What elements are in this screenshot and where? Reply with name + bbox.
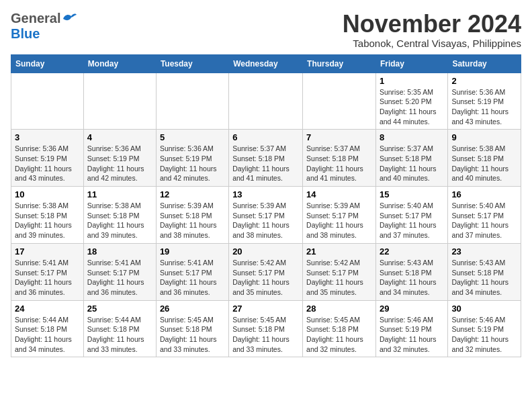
calendar-table: SundayMondayTuesdayWednesdayThursdayFrid…: [11, 54, 521, 358]
day-number: 4: [87, 132, 152, 142]
calendar-cell: [11, 73, 84, 130]
day-number: 26: [160, 304, 225, 314]
day-info: Sunrise: 5:37 AM Sunset: 5:18 PM Dayligh…: [306, 144, 372, 183]
calendar-cell: 30Sunrise: 5:46 AM Sunset: 5:19 PM Dayli…: [448, 300, 521, 357]
day-number: 28: [306, 304, 372, 314]
day-number: 11: [87, 189, 152, 199]
day-info: Sunrise: 5:37 AM Sunset: 5:18 PM Dayligh…: [232, 144, 299, 183]
calendar-cell: 7Sunrise: 5:37 AM Sunset: 5:18 PM Daylig…: [303, 130, 376, 187]
day-number: 23: [451, 246, 517, 257]
calendar-cell: 10Sunrise: 5:38 AM Sunset: 5:18 PM Dayli…: [11, 187, 84, 244]
day-number: 7: [306, 132, 372, 142]
day-number: 25: [87, 304, 152, 314]
day-number: 16: [451, 189, 517, 199]
calendar-cell: 25Sunrise: 5:44 AM Sunset: 5:18 PM Dayli…: [83, 300, 156, 357]
day-number: 6: [232, 132, 299, 142]
day-info: Sunrise: 5:36 AM Sunset: 5:19 PM Dayligh…: [15, 144, 80, 183]
day-info: Sunrise: 5:38 AM Sunset: 5:18 PM Dayligh…: [451, 144, 517, 183]
day-number: 3: [15, 132, 80, 142]
calendar-cell: 19Sunrise: 5:41 AM Sunset: 5:17 PM Dayli…: [156, 243, 228, 300]
weekday-header-thursday: Thursday: [303, 54, 376, 73]
calendar-cell: 4Sunrise: 5:36 AM Sunset: 5:19 PM Daylig…: [83, 130, 156, 187]
day-number: 27: [232, 304, 299, 314]
day-number: 14: [306, 189, 372, 199]
day-number: 29: [380, 304, 444, 314]
calendar-cell: [303, 73, 376, 130]
day-number: 5: [160, 132, 225, 142]
day-info: Sunrise: 5:39 AM Sunset: 5:17 PM Dayligh…: [232, 201, 299, 240]
day-number: 8: [380, 132, 444, 142]
calendar-week-row: 17Sunrise: 5:41 AM Sunset: 5:17 PM Dayli…: [11, 243, 521, 300]
day-info: Sunrise: 5:46 AM Sunset: 5:19 PM Dayligh…: [380, 315, 444, 355]
day-info: Sunrise: 5:39 AM Sunset: 5:18 PM Dayligh…: [160, 201, 225, 240]
day-info: Sunrise: 5:45 AM Sunset: 5:18 PM Dayligh…: [232, 315, 299, 355]
weekday-header-sunday: Sunday: [11, 54, 84, 73]
day-info: Sunrise: 5:41 AM Sunset: 5:17 PM Dayligh…: [87, 258, 152, 298]
day-number: 19: [160, 246, 225, 257]
calendar-cell: 12Sunrise: 5:39 AM Sunset: 5:18 PM Dayli…: [156, 187, 228, 244]
day-number: 9: [451, 132, 517, 142]
day-info: Sunrise: 5:41 AM Sunset: 5:17 PM Dayligh…: [160, 258, 225, 298]
calendar-cell: 8Sunrise: 5:37 AM Sunset: 5:18 PM Daylig…: [375, 130, 447, 187]
day-number: 24: [15, 304, 80, 314]
calendar-cell: 16Sunrise: 5:40 AM Sunset: 5:17 PM Dayli…: [448, 187, 521, 244]
calendar-cell: [229, 73, 303, 130]
day-info: Sunrise: 5:41 AM Sunset: 5:17 PM Dayligh…: [15, 258, 80, 298]
day-info: Sunrise: 5:42 AM Sunset: 5:17 PM Dayligh…: [306, 258, 372, 298]
calendar-cell: 24Sunrise: 5:44 AM Sunset: 5:18 PM Dayli…: [11, 300, 84, 357]
calendar-cell: 1Sunrise: 5:35 AM Sunset: 5:20 PM Daylig…: [375, 73, 447, 130]
day-info: Sunrise: 5:45 AM Sunset: 5:18 PM Dayligh…: [306, 315, 372, 355]
logo-bird-icon: [62, 12, 77, 24]
day-number: 20: [232, 246, 299, 257]
calendar-cell: 3Sunrise: 5:36 AM Sunset: 5:19 PM Daylig…: [11, 130, 84, 187]
day-info: Sunrise: 5:40 AM Sunset: 5:17 PM Dayligh…: [380, 201, 444, 240]
weekday-header-friday: Friday: [375, 54, 447, 73]
day-number: 21: [306, 246, 372, 257]
calendar-cell: 6Sunrise: 5:37 AM Sunset: 5:18 PM Daylig…: [229, 130, 303, 187]
day-number: 30: [451, 304, 517, 314]
calendar-cell: [83, 73, 156, 130]
day-number: 2: [451, 76, 517, 86]
day-number: 17: [15, 246, 80, 257]
calendar-cell: 11Sunrise: 5:38 AM Sunset: 5:18 PM Dayli…: [83, 187, 156, 244]
calendar-week-row: 3Sunrise: 5:36 AM Sunset: 5:19 PM Daylig…: [11, 130, 521, 187]
logo: General Blue: [11, 11, 77, 42]
calendar-cell: 15Sunrise: 5:40 AM Sunset: 5:17 PM Dayli…: [375, 187, 447, 244]
weekday-header-saturday: Saturday: [448, 54, 521, 73]
day-info: Sunrise: 5:40 AM Sunset: 5:17 PM Dayligh…: [451, 201, 517, 240]
day-info: Sunrise: 5:44 AM Sunset: 5:18 PM Dayligh…: [87, 315, 152, 355]
calendar-cell: 2Sunrise: 5:36 AM Sunset: 5:19 PM Daylig…: [448, 73, 521, 130]
calendar-cell: 13Sunrise: 5:39 AM Sunset: 5:17 PM Dayli…: [229, 187, 303, 244]
day-number: 18: [87, 246, 152, 257]
weekday-header-monday: Monday: [83, 54, 156, 73]
calendar-cell: 5Sunrise: 5:36 AM Sunset: 5:19 PM Daylig…: [156, 130, 228, 187]
calendar-cell: 14Sunrise: 5:39 AM Sunset: 5:17 PM Dayli…: [303, 187, 376, 244]
day-number: 13: [232, 189, 299, 199]
day-number: 1: [380, 76, 444, 86]
calendar-cell: 22Sunrise: 5:43 AM Sunset: 5:18 PM Dayli…: [375, 243, 447, 300]
weekday-header-tuesday: Tuesday: [156, 54, 228, 73]
month-title: November 2024: [343, 11, 521, 38]
calendar-cell: 23Sunrise: 5:43 AM Sunset: 5:18 PM Dayli…: [448, 243, 521, 300]
day-number: 12: [160, 189, 225, 199]
page-header: General Blue November 2024 Tabonok, Cent…: [11, 11, 521, 49]
calendar-cell: 29Sunrise: 5:46 AM Sunset: 5:19 PM Dayli…: [375, 300, 447, 357]
day-number: 22: [380, 246, 444, 257]
calendar-cell: 26Sunrise: 5:45 AM Sunset: 5:18 PM Dayli…: [156, 300, 228, 357]
day-info: Sunrise: 5:43 AM Sunset: 5:18 PM Dayligh…: [451, 258, 517, 298]
day-info: Sunrise: 5:46 AM Sunset: 5:19 PM Dayligh…: [451, 315, 517, 355]
calendar-cell: 27Sunrise: 5:45 AM Sunset: 5:18 PM Dayli…: [229, 300, 303, 357]
day-info: Sunrise: 5:36 AM Sunset: 5:19 PM Dayligh…: [451, 87, 517, 127]
title-area: November 2024 Tabonok, Central Visayas, …: [343, 11, 521, 49]
calendar-cell: 20Sunrise: 5:42 AM Sunset: 5:17 PM Dayli…: [229, 243, 303, 300]
day-number: 10: [15, 189, 80, 199]
day-info: Sunrise: 5:37 AM Sunset: 5:18 PM Dayligh…: [380, 144, 444, 183]
day-info: Sunrise: 5:38 AM Sunset: 5:18 PM Dayligh…: [15, 201, 80, 240]
calendar-cell: 17Sunrise: 5:41 AM Sunset: 5:17 PM Dayli…: [11, 243, 84, 300]
day-info: Sunrise: 5:44 AM Sunset: 5:18 PM Dayligh…: [15, 315, 80, 355]
calendar-cell: 9Sunrise: 5:38 AM Sunset: 5:18 PM Daylig…: [448, 130, 521, 187]
calendar-cell: [156, 73, 228, 130]
day-number: 15: [380, 189, 444, 199]
location-text: Tabonok, Central Visayas, Philippines: [343, 38, 521, 49]
day-info: Sunrise: 5:43 AM Sunset: 5:18 PM Dayligh…: [380, 258, 444, 298]
